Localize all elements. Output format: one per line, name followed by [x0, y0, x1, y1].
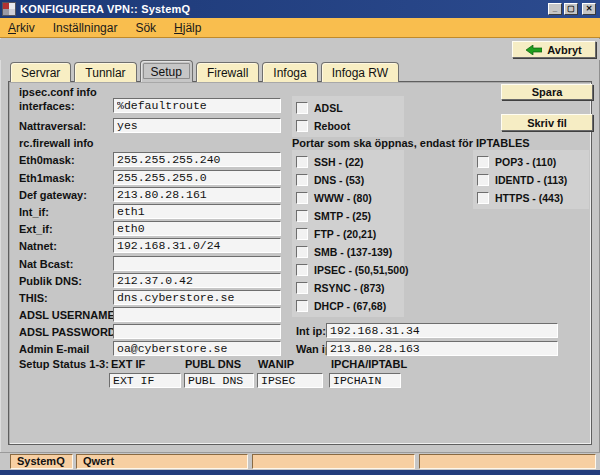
checkbox-label-https: HTTPS - (443): [495, 192, 563, 204]
field-status-publ-dns[interactable]: [184, 373, 254, 388]
close-button[interactable]: ✕: [582, 3, 596, 15]
field-row: Eth0mask:: [19, 152, 284, 168]
checkbox-smb[interactable]: [296, 246, 308, 258]
field-ext-if[interactable]: [113, 221, 281, 236]
field-label-adsl-password: ADSL PASSWORD:: [19, 326, 119, 338]
statusbar-segment-systemq: SystemQ: [10, 454, 73, 469]
setup-status-header-ipcha-iptabl: IPCHA/IPTABL: [331, 358, 407, 370]
window-title: KONFIGURERA VPN:: SystemQ: [20, 3, 190, 15]
field-this[interactable]: [113, 290, 281, 305]
checkbox-row: WWW - (80): [296, 191, 400, 204]
field-status-ext-if[interactable]: [109, 373, 181, 388]
field-adsl-username[interactable]: [113, 307, 281, 322]
field-label-interfaces: interfaces:: [19, 100, 75, 112]
back-arrow-icon: [526, 45, 542, 55]
firewall-section-heading: rc.firewall info: [19, 137, 94, 149]
checkbox-https[interactable]: [477, 192, 489, 204]
checkbox-ipsec[interactable]: [296, 264, 308, 276]
field-label-nat-bcast: Nat Bcast:: [19, 258, 73, 270]
tab-tunnlar[interactable]: Tunnlar: [74, 62, 136, 82]
field-publik-dns[interactable]: [113, 273, 281, 288]
field-row: Def gateway:: [19, 187, 284, 203]
checkbox-row: IDENTD - (113): [477, 173, 585, 186]
field-row: THIS:: [19, 290, 284, 306]
ipsec-section-heading: ipsec.conf info: [19, 86, 97, 98]
checkbox-label-dns: DNS - (53): [314, 174, 364, 186]
field-status-ipcha-iptabl[interactable]: [329, 373, 401, 388]
checkbox-label-pop3: POP3 - (110): [495, 156, 556, 168]
field-adsl-password[interactable]: [113, 324, 281, 339]
checkbox-label-dhcp: DHCP - (67,68): [314, 300, 386, 312]
field-status-wanip[interactable]: [257, 373, 323, 388]
minimize-button[interactable]: _: [548, 3, 562, 15]
app-window: KONFIGURERA VPN:: SystemQ _ ▢ ✕ Arkiv In…: [0, 0, 600, 475]
field-row: Admin E-mail: [19, 341, 284, 357]
checkbox-label-smtp: SMTP - (25): [314, 210, 371, 222]
cancel-button[interactable]: Avbryt: [512, 41, 596, 58]
field-row: Nat Bcast:: [19, 256, 284, 272]
cancel-button-label: Avbryt: [547, 44, 581, 56]
field-admin-email[interactable]: [113, 341, 281, 356]
checkbox-dns[interactable]: [296, 174, 308, 186]
field-row: Eth1mask:: [19, 170, 284, 186]
field-label-eth1mask: Eth1mask:: [19, 172, 75, 184]
tab-servrar[interactable]: Servrar: [10, 62, 71, 82]
menu-item-hjalp[interactable]: Hjälp: [174, 21, 201, 35]
field-nat-bcast[interactable]: [113, 256, 281, 271]
field-eth0mask[interactable]: [113, 152, 281, 167]
checkbox-ssh[interactable]: [296, 156, 308, 168]
ports-right-checkbox-group: POP3 - (110) IDENTD - (113) HTTPS - (443…: [473, 150, 589, 209]
checkbox-label-rsync: RSYNC - (873): [314, 282, 385, 294]
field-int-ip[interactable]: [326, 323, 558, 338]
write-file-button[interactable]: Skriv fil: [501, 114, 593, 131]
field-natnet[interactable]: [113, 238, 281, 253]
setup-status-label: Setup Status 1-3:: [19, 358, 109, 370]
tab-firewall[interactable]: Firewall: [196, 62, 259, 82]
field-row: Natnet:: [19, 238, 284, 254]
window-controls: _ ▢ ✕: [548, 3, 600, 15]
field-label-eth0mask: Eth0mask:: [19, 154, 75, 166]
window-titlebar: KONFIGURERA VPN:: SystemQ _ ▢ ✕: [0, 0, 600, 18]
checkbox-rsync[interactable]: [296, 282, 308, 294]
tab-infoga[interactable]: Infoga: [262, 62, 317, 82]
field-interfaces[interactable]: [113, 98, 281, 113]
field-nattraversal[interactable]: [113, 118, 281, 133]
checkbox-row: IPSEC - (50,51,500): [296, 263, 400, 276]
checkbox-dhcp[interactable]: [296, 300, 308, 312]
menu-item-arkiv[interactable]: Arkiv: [8, 21, 35, 35]
checkbox-ftp[interactable]: [296, 228, 308, 240]
checkbox-adsl[interactable]: [296, 102, 308, 114]
checkbox-www[interactable]: [296, 192, 308, 204]
checkbox-label-ftp: FTP - (20,21): [314, 228, 376, 240]
field-label-this: THIS:: [19, 292, 48, 304]
checkbox-pop3[interactable]: [477, 156, 489, 168]
field-label-ext-if: Ext_if:: [19, 223, 53, 235]
menu-item-installningar[interactable]: Inställningar: [53, 21, 118, 35]
field-wan-ip[interactable]: [326, 341, 558, 356]
field-row: Publik DNS:: [19, 273, 284, 289]
checkbox-row: POP3 - (110): [477, 155, 585, 168]
menu-item-sok[interactable]: Sök: [135, 21, 156, 35]
app-icon: [3, 3, 15, 15]
maximize-button[interactable]: ▢: [564, 3, 578, 15]
tab-setup[interactable]: Setup: [140, 60, 193, 82]
checkbox-row: RSYNC - (873): [296, 281, 400, 294]
field-def-gateway[interactable]: [113, 187, 281, 202]
checkbox-row: DHCP - (67,68): [296, 299, 400, 312]
checkbox-smtp[interactable]: [296, 210, 308, 222]
tab-bar: Servrar Tunnlar Setup Firewall Infoga In…: [10, 60, 402, 82]
int-ip-label: Int ip:: [296, 325, 326, 337]
field-int-if[interactable]: [113, 204, 281, 219]
field-label-natnet: Natnet:: [19, 240, 57, 252]
checkbox-label-reboot: Reboot: [314, 120, 350, 132]
checkbox-reboot[interactable]: [296, 120, 308, 132]
checkbox-label-ssh: SSH - (22): [314, 156, 364, 168]
ports-section-heading: Portar som ska öppnas, endast för IPTABL…: [292, 137, 530, 149]
save-button[interactable]: Spara: [501, 84, 593, 100]
field-label-nattraversal: Nattraversal:: [19, 120, 86, 132]
field-eth1mask[interactable]: [113, 170, 281, 185]
setup-status-header-wanip: WANIP: [258, 358, 294, 370]
checkbox-identd[interactable]: [477, 174, 489, 186]
field-label-adsl-username: ADSL USERNAME:: [19, 309, 118, 321]
tab-infoga-rw[interactable]: Infoga RW: [321, 62, 399, 82]
